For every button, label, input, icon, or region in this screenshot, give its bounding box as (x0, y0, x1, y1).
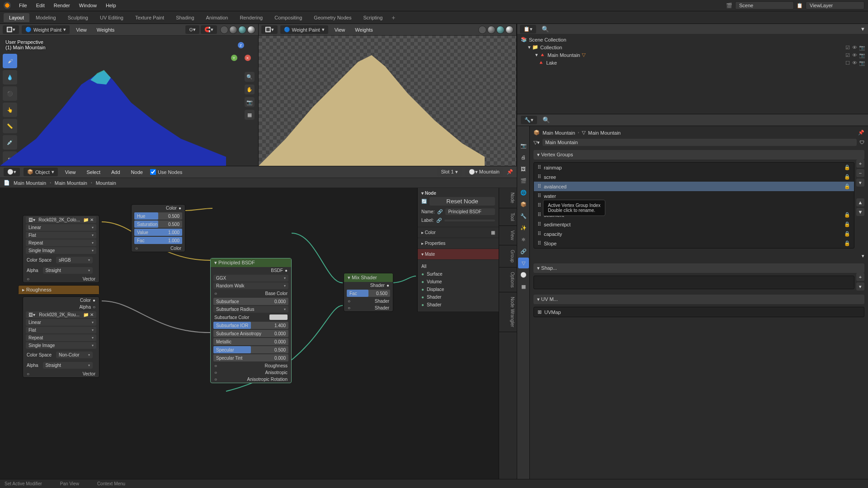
nav-gizmo[interactable]: Z Y X (230, 42, 252, 64)
mesh-name-field[interactable]: Main Mountain (542, 139, 857, 146)
source-select[interactable]: Single Image▾ (26, 247, 96, 254)
vp2-menu-view[interactable]: View (331, 26, 349, 34)
prop-tab-world[interactable]: 🌐 (518, 187, 529, 198)
vg-menu-button[interactable]: ▾ (856, 178, 864, 187)
shield-icon[interactable]: 🛡 (859, 140, 864, 145)
viewlayer-field[interactable]: ViewLayer (806, 1, 864, 9)
viewport-left[interactable]: 🔳▾ 🔵 Weight Paint ▾ View Weights ⊙▾ 🧲▾ (0, 24, 259, 166)
breadcrumb-item[interactable]: Mountain (96, 180, 116, 186)
prop-tab-scene[interactable]: 🎬 (518, 175, 529, 186)
zoom-icon[interactable]: 🔍 (245, 72, 255, 82)
ws-tab-geonodes[interactable]: Geometry Nodes (308, 13, 357, 22)
color-grid-icon[interactable]: ▦ (491, 230, 495, 235)
editor-type-dropdown-2[interactable]: 🔳▾ (261, 25, 278, 34)
editor-type-dropdown[interactable]: 🔳▾ (3, 25, 19, 34)
ws-tab-texturepaint[interactable]: Texture Paint (130, 13, 170, 22)
gizmo-x[interactable]: X (245, 55, 251, 61)
breadcrumb-item[interactable]: Main Mountain (14, 180, 46, 186)
ne-object-dropdown[interactable]: 📦 Object ▾ (24, 168, 58, 176)
vg-item-water[interactable]: ⠿water (534, 191, 854, 201)
ws-tab-layout[interactable]: Layout (4, 13, 29, 22)
side-tab-group[interactable]: Group (499, 245, 517, 267)
vp2-menu-weights[interactable]: Weights (351, 26, 377, 34)
side-tab-tool[interactable]: Tool (499, 208, 517, 226)
label-field[interactable] (444, 220, 495, 221)
reset-icon[interactable]: 🔄 (421, 199, 427, 204)
shading-solid[interactable] (229, 26, 237, 34)
ne-menu-add[interactable]: Add (108, 168, 124, 176)
ws-tab-scripting[interactable]: Scripting (358, 13, 388, 22)
vertex-groups-header[interactable]: ▾ Vertex Groups (533, 150, 864, 160)
sk-add-button[interactable]: + (856, 273, 864, 281)
pin-icon[interactable]: 📌 (507, 169, 513, 175)
side-tab-wrangler[interactable]: Node Wrangler (499, 292, 517, 332)
camera-icon[interactable]: 📷 (245, 97, 255, 107)
mode-dropdown-2[interactable]: 🔵 Weight Paint ▾ (280, 25, 328, 34)
vp-menu-view[interactable]: View (72, 26, 90, 34)
shading-matpreview[interactable] (238, 26, 246, 34)
ws-tab-rendering[interactable]: Rendering (234, 13, 268, 22)
interp-select[interactable]: Linear▾ (26, 224, 96, 231)
vg-item-scree[interactable]: ⠿scree🔒 (534, 172, 854, 182)
vg-moveup-button[interactable]: ▲ (856, 198, 864, 206)
image-texture-node-2[interactable]: Color ● Alpha ○ 🖼▾ Rock028_2K_Rou... 📁 ✕… (23, 296, 99, 378)
principled-bsdf-node[interactable]: ▾ Principled BSDF BSDF ● GGX▾ Random Wal… (210, 258, 292, 383)
gizmo-y[interactable]: Y (231, 55, 237, 61)
shading2-wireframe[interactable] (478, 26, 486, 34)
vp-menu-weights[interactable]: Weights (93, 26, 118, 34)
side-tab-options[interactable]: Options (499, 267, 517, 292)
menu-edit[interactable]: Edit (33, 1, 48, 9)
shading2-solid[interactable] (487, 26, 495, 34)
outliner-item-mountain[interactable]: ▾ 🔺 Main Mountain ▽ ☑👁📷 (519, 51, 866, 59)
fac-slider[interactable]: Fac1.000 (134, 237, 182, 244)
node-editor[interactable]: ⚪▾ 📦 Object ▾ View Select Add Node Use N… (0, 166, 517, 488)
distribution-select[interactable]: GGX▾ (213, 275, 288, 282)
outliner-mode[interactable]: 📋▾ (520, 25, 536, 33)
shading2-matpreview[interactable] (496, 26, 505, 34)
filter-icon[interactable]: ▼ (860, 26, 865, 32)
menu-help[interactable]: Help (102, 1, 120, 9)
image-texture-node-1[interactable]: 🖼▾ Rock028_2K_Colo... 📁 ✕ Linear▾ Flat▾ … (23, 215, 99, 283)
hue-slider[interactable]: Hue0.500 (134, 212, 182, 220)
link-icon[interactable]: 🔗 (437, 209, 443, 214)
side-tab-view[interactable]: View (499, 226, 517, 245)
uvmap-item[interactable]: ⊞UVMap (534, 307, 864, 317)
slot-dropdown[interactable]: Slot 1 ▾ (437, 168, 461, 176)
name-field[interactable]: Principled BSDF (445, 208, 495, 215)
ext-select[interactable]: Repeat▾ (26, 239, 96, 246)
breadcrumb-obj[interactable]: Main Mountain (542, 130, 575, 136)
sss-method-select[interactable]: Random Walk▾ (213, 282, 288, 289)
roughness-panel[interactable]: ▸ Roughness (18, 285, 99, 295)
vg-remove-button[interactable]: − (856, 169, 864, 177)
pan-icon[interactable]: ✋ (245, 84, 255, 94)
outliner[interactable]: 📋▾ ▼ 📚 Scene Collection ▾ 📁 Collection ☑… (517, 24, 868, 114)
prop-tab-data[interactable]: ▽ (518, 258, 529, 268)
mix-shader-node[interactable]: ▾ Mix Shader Shader ● Fac0.500 ○Shader ○… (344, 273, 393, 312)
ws-tab-modeling[interactable]: Modeling (30, 13, 61, 22)
ws-tab-uvediting[interactable]: UV Editing (94, 13, 129, 22)
ne-menu-select[interactable]: Select (83, 168, 104, 176)
shading2-rendered[interactable] (505, 26, 514, 34)
ne-editor-type[interactable]: ⚪▾ (4, 168, 20, 176)
proj-select[interactable]: Flat▾ (26, 232, 96, 239)
vg-item-sedimentpct[interactable]: ⠿sedimentpct🔒 (534, 220, 854, 229)
scene-name-field[interactable]: Scene (735, 1, 794, 9)
prop-tab-physics[interactable]: ⚛ (518, 234, 529, 245)
vg-add-button[interactable]: + (856, 160, 864, 168)
image-browse[interactable]: 🖼▾ Rock028_2K_Colo... 📁 ✕ (26, 216, 96, 223)
ws-tab-sculpting[interactable]: Sculpting (62, 13, 94, 22)
vg-item-capacity[interactable]: ⠿capacity🔒 (534, 229, 854, 239)
prop-tab-output[interactable]: 🖨 (518, 152, 529, 163)
use-nodes-checkbox[interactable]: Use Nodes (150, 169, 182, 175)
properties-search[interactable] (540, 116, 864, 124)
value-slider[interactable]: Value1.000 (134, 229, 182, 236)
menu-render[interactable]: Render (50, 1, 74, 9)
prop-tab-viewlayer[interactable]: 🖼 (518, 164, 529, 174)
prop-tab-render[interactable]: 📷 (518, 140, 529, 151)
vg-item-rainmap[interactable]: ⠿rainmap🔒 (534, 163, 854, 172)
ws-tab-shading[interactable]: Shading (170, 13, 199, 22)
menu-window[interactable]: Window (75, 1, 100, 9)
shading-rendered[interactable] (247, 26, 255, 34)
sk-menu-button[interactable]: ▾ (856, 282, 864, 291)
vg-item-avalanced[interactable]: ⠿avalanced🔒 (534, 182, 854, 191)
